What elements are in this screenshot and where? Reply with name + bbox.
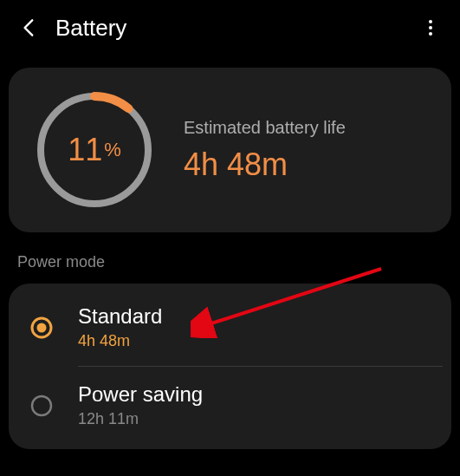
battery-estimate: Estimated battery life 4h 48m — [184, 118, 346, 183]
battery-estimate-time: 4h 48m — [184, 147, 346, 183]
chevron-left-icon — [18, 16, 41, 39]
svg-point-0 — [429, 20, 432, 23]
more-vertical-icon — [420, 17, 441, 38]
power-mode-standard-sub: 4h 48m — [78, 332, 431, 350]
battery-percent-label: 11 % — [29, 85, 159, 215]
back-button[interactable] — [9, 7, 50, 49]
power-mode-power-saving[interactable]: Power saving 12h 11m — [9, 367, 451, 444]
battery-percent-value: 11 — [68, 132, 102, 168]
svg-point-7 — [32, 396, 51, 415]
power-mode-power-saving-title: Power saving — [78, 382, 431, 407]
page-title: Battery — [55, 15, 410, 42]
radio-unselected-icon — [29, 394, 54, 418]
battery-ring: 11 % — [29, 85, 159, 215]
power-mode-standard-title: Standard — [78, 304, 431, 329]
battery-percent-symbol: % — [104, 139, 121, 161]
power-mode-standard-text: Standard 4h 48m — [78, 304, 431, 350]
app-bar: Battery — [0, 0, 460, 55]
power-mode-list: Standard 4h 48m Power saving 12h 11m — [9, 284, 451, 449]
power-mode-power-saving-sub: 12h 11m — [78, 410, 431, 428]
svg-point-6 — [37, 323, 47, 332]
overflow-menu-button[interactable] — [410, 7, 451, 49]
svg-point-1 — [429, 26, 432, 29]
power-mode-standard[interactable]: Standard 4h 48m — [9, 289, 451, 366]
radio-selected-icon — [29, 316, 54, 340]
power-mode-heading: Power mode — [17, 253, 460, 271]
svg-point-2 — [429, 32, 432, 36]
battery-estimate-label: Estimated battery life — [184, 118, 346, 138]
battery-summary-card[interactable]: 11 % Estimated battery life 4h 48m — [9, 68, 451, 232]
power-mode-power-saving-text: Power saving 12h 11m — [78, 382, 431, 428]
